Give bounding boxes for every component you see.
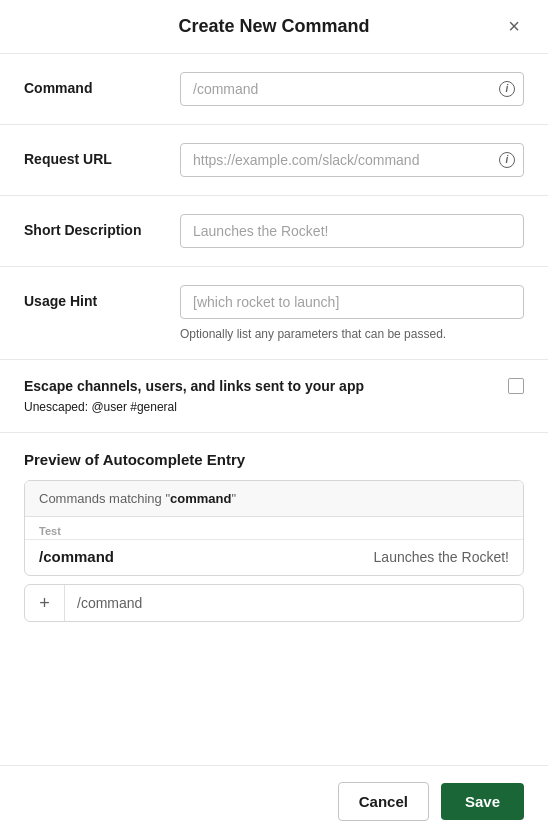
preview-matching-prefix: Commands matching " (39, 491, 170, 506)
escape-sub-label: Unescaped: (24, 400, 88, 414)
short-description-input[interactable] (180, 214, 524, 248)
preview-input-bar: + /command (24, 584, 524, 622)
command-input[interactable] (189, 73, 499, 105)
usage-hint-section: Usage Hint Optionally list any parameter… (0, 267, 548, 360)
escape-header: Escape channels, users, and links sent t… (24, 378, 524, 394)
close-button[interactable]: × (500, 13, 528, 41)
modal-body: Command i Request URL i Short Descriptio… (0, 54, 548, 765)
short-description-label: Short Description (24, 214, 164, 238)
save-button[interactable]: Save (441, 783, 524, 820)
short-description-section: Short Description (0, 196, 548, 267)
usage-hint-field: Optionally list any parameters that can … (180, 285, 524, 341)
preview-input-text: /command (65, 587, 523, 619)
request-url-input-wrapper: i (180, 143, 524, 177)
preview-matching-suffix: " (231, 491, 236, 506)
request-url-field: i (180, 143, 524, 177)
request-url-input[interactable] (189, 144, 499, 176)
escape-section: Escape channels, users, and links sent t… (0, 360, 548, 433)
preview-section: Preview of Autocomplete Entry Commands m… (0, 433, 548, 634)
preview-matching-header: Commands matching "command" (25, 481, 523, 517)
modal-title: Create New Command (178, 16, 369, 37)
request-url-section: Request URL i (0, 125, 548, 196)
command-section: Command i (0, 54, 548, 125)
preview-plus-button[interactable]: + (25, 585, 65, 621)
preview-row: /command Launches the Rocket! (25, 540, 523, 575)
escape-sub: Unescaped: @user #general (24, 400, 524, 414)
request-url-label: Request URL (24, 143, 164, 167)
preview-matching-command: command (170, 491, 231, 506)
short-description-field (180, 214, 524, 248)
preview-row-header-col1: Test (39, 525, 509, 537)
modal-header: Create New Command × (0, 0, 548, 54)
command-field: i (180, 72, 524, 106)
command-info-icon: i (499, 81, 515, 97)
preview-box: Commands matching "command" Test /comman… (24, 480, 524, 576)
escape-checkbox[interactable] (508, 378, 524, 394)
command-label: Command (24, 72, 164, 96)
usage-hint-input[interactable] (180, 285, 524, 319)
escape-sub-value: @user #general (91, 400, 177, 414)
preview-title: Preview of Autocomplete Entry (24, 451, 524, 468)
modal-footer: Cancel Save (0, 765, 548, 837)
cancel-button[interactable]: Cancel (338, 782, 429, 821)
preview-row-desc: Launches the Rocket! (374, 549, 509, 565)
preview-row-command: /command (39, 548, 374, 565)
command-input-wrapper: i (180, 72, 524, 106)
usage-hint-label: Usage Hint (24, 285, 164, 309)
preview-row-header: Test (25, 517, 523, 540)
request-url-info-icon: i (499, 152, 515, 168)
usage-hint-hint: Optionally list any parameters that can … (180, 327, 524, 341)
escape-label: Escape channels, users, and links sent t… (24, 378, 364, 394)
